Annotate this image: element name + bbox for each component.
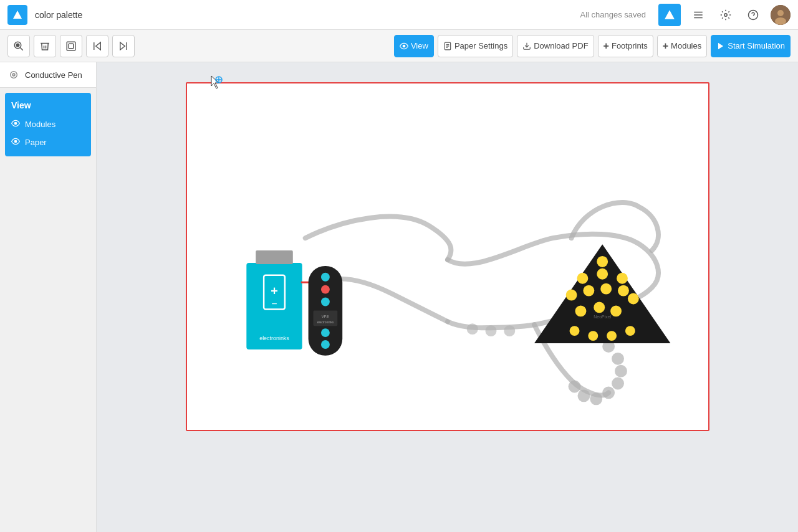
svg-rect-14	[67, 42, 75, 50]
svg-text:VP.II: VP.II	[321, 315, 329, 318]
view-panel-title: View	[11, 98, 85, 115]
app-title: color palette	[35, 10, 572, 20]
svg-point-56	[320, 273, 329, 282]
svg-text:+: +	[271, 284, 278, 298]
next-button[interactable]	[112, 35, 135, 57]
conductive-pen-tab[interactable]: Conductive Pen	[0, 62, 96, 88]
sidebar-item-modules[interactable]: Modules	[11, 115, 85, 133]
view-button[interactable]: View	[394, 35, 434, 57]
view-panel: View Modules Paper	[5, 93, 91, 156]
svg-point-62	[320, 328, 329, 337]
led-module[interactable]: NeoPixel	[534, 244, 670, 343]
svg-point-58	[320, 298, 329, 306]
help-icon-button[interactable]	[743, 5, 763, 25]
svg-point-10	[775, 17, 786, 25]
svg-point-71	[600, 283, 612, 295]
settings-icon-button[interactable]	[716, 5, 736, 25]
controller-module[interactable]: VP.II electroninks	[308, 266, 342, 356]
paper-settings-button[interactable]: Paper Settings	[438, 35, 513, 57]
canvas-paper[interactable]: + − electroninks	[186, 82, 709, 431]
canvas-area[interactable]: + − electroninks	[97, 62, 798, 532]
svg-point-65	[597, 256, 608, 267]
svg-point-45	[485, 325, 496, 336]
sidebar-paper-label: Paper	[25, 138, 47, 147]
main-layout: Conductive Pen View Modules	[0, 62, 798, 532]
modules-button[interactable]: + Modules	[657, 35, 707, 57]
prev-button[interactable]	[86, 35, 108, 57]
svg-point-66	[577, 273, 588, 284]
svg-text:−: −	[271, 298, 277, 309]
svg-point-38	[615, 365, 627, 378]
svg-marker-18	[120, 42, 125, 50]
svg-point-40	[602, 387, 615, 399]
svg-point-27	[12, 74, 15, 76]
svg-text:NeoPixel: NeoPixel	[594, 315, 611, 319]
tool-label: Conductive Pen	[25, 70, 82, 80]
logo-button[interactable]	[7, 5, 27, 25]
svg-point-76	[610, 305, 622, 316]
footprints-label: Footprints	[612, 41, 648, 50]
user-avatar[interactable]	[771, 5, 791, 25]
svg-point-44	[504, 325, 515, 336]
svg-point-41	[590, 392, 602, 405]
sidebar-modules-label: Modules	[25, 120, 55, 129]
toolbar: View Paper Settings Download PDF + Footp…	[0, 30, 798, 62]
modules-label: Modules	[671, 41, 701, 50]
select-tool-button[interactable]	[7, 35, 30, 57]
svg-rect-15	[69, 44, 74, 49]
svg-marker-0	[13, 11, 22, 19]
svg-line-13	[20, 47, 23, 50]
svg-point-67	[597, 268, 608, 280]
list-icon-button[interactable]	[688, 5, 708, 25]
svg-text:electroninks: electroninks	[317, 321, 334, 324]
delete-button[interactable]	[34, 35, 56, 57]
left-sidebar: Conductive Pen View Modules	[0, 62, 97, 532]
start-simulation-label: Start Simulation	[728, 41, 785, 50]
svg-point-80	[625, 326, 635, 336]
pen-icon	[7, 69, 20, 81]
paper-settings-label: Paper Settings	[454, 41, 507, 50]
svg-point-20	[403, 45, 405, 47]
svg-point-57	[320, 285, 329, 294]
svg-point-37	[612, 353, 624, 365]
svg-point-9	[777, 10, 784, 16]
frame-button[interactable]	[60, 35, 82, 57]
svg-point-70	[583, 285, 594, 297]
svg-rect-48	[256, 250, 293, 264]
download-pdf-button[interactable]: Download PDF	[517, 35, 594, 57]
svg-point-73	[627, 293, 638, 305]
alert-button[interactable]	[658, 4, 681, 26]
svg-point-43	[568, 381, 580, 393]
svg-point-5	[724, 13, 728, 16]
svg-text:electroninks: electroninks	[259, 335, 289, 341]
view-label: View	[411, 41, 428, 50]
svg-marker-16	[96, 42, 101, 50]
svg-point-79	[607, 331, 617, 341]
svg-marker-26	[718, 42, 723, 49]
svg-point-69	[565, 290, 577, 301]
circuit-svg: + − electroninks	[187, 83, 708, 430]
eye-icon-modules	[11, 119, 20, 130]
svg-point-74	[575, 305, 586, 316]
svg-point-30	[14, 140, 17, 143]
svg-point-46	[466, 323, 478, 335]
svg-point-68	[617, 273, 628, 284]
svg-point-39	[612, 378, 624, 390]
svg-point-78	[588, 331, 598, 341]
svg-point-75	[594, 302, 605, 313]
svg-marker-1	[665, 10, 675, 19]
svg-point-77	[569, 326, 579, 336]
start-simulation-button[interactable]: Start Simulation	[711, 35, 791, 57]
svg-point-12	[16, 44, 19, 47]
download-pdf-label: Download PDF	[534, 41, 588, 50]
eye-icon-paper	[11, 137, 20, 148]
sidebar-item-paper[interactable]: Paper	[11, 133, 85, 151]
svg-point-42	[577, 389, 590, 402]
svg-point-72	[618, 285, 629, 297]
svg-point-63	[320, 340, 329, 349]
svg-point-29	[14, 122, 17, 125]
footprints-button[interactable]: + Footprints	[598, 35, 653, 57]
save-status: All changes saved	[580, 10, 646, 19]
top-nav: color palette All changes saved	[0, 0, 798, 30]
